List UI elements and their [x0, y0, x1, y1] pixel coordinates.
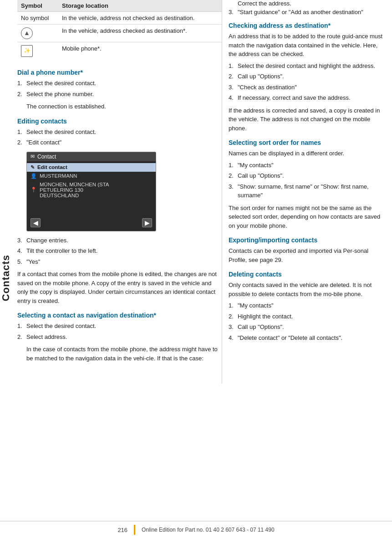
symbol-cell-nav: ▲ [17, 25, 58, 42]
left-column: Symbol Storage location No symbol In the… [13, 0, 222, 384]
list-item: 2. Highlight the contact. [229, 312, 387, 321]
step-num [229, 0, 238, 7]
sort-section: Selecting sort order for names Names can… [229, 139, 387, 230]
edit-section: Editing contacts 1. Select the desired c… [17, 118, 222, 306]
step-text: "Start guidance" or "Add as another dest… [238, 9, 363, 15]
screenshot-row-address: 📍 MÜNCHEN, MÜNCHEN (STAPETUELRING 130DEU… [27, 180, 156, 200]
step-text: Change entries. [26, 236, 222, 245]
nav-subtext: In the case of contacts from the mobile … [26, 345, 222, 363]
step-num: 4. [229, 93, 238, 102]
step-num: 1. [229, 161, 238, 170]
list-item: 4. Tilt the controller to the left. [17, 246, 222, 256]
list-item: 1. Select the desired contact. [17, 322, 222, 331]
step-num: 3. [17, 236, 26, 245]
dial-heading: Dial a phone number* [17, 69, 222, 76]
list-item: 2. Call up "Options". [229, 72, 387, 81]
step-num: 1. [17, 322, 26, 331]
right-arrow-icon: ▶ [142, 218, 152, 227]
step-num: 3. [229, 9, 238, 15]
main-content: Symbol Storage location No symbol In the… [13, 0, 392, 384]
table-header-storage: Storage location [58, 0, 222, 12]
step-num: 3. [229, 83, 238, 92]
check-body-text2: If the address is corrected and saved, a… [229, 106, 387, 133]
sort-heading: Selecting sort order for names [229, 139, 387, 146]
list-item: 2. Select the phone number. [17, 90, 222, 99]
list-item: 1. "My contacts" [229, 301, 387, 310]
list-item: 3. Change entries. [17, 236, 222, 245]
step-num: 1. [17, 128, 26, 137]
list-item: Correct the address. [229, 0, 387, 7]
table-row: ▲ In the vehicle, address checked as des… [17, 25, 222, 42]
list-item: 2. Call up "Options". [229, 171, 387, 180]
edit-steps: 1. Select the desired contact. 2. "Edit … [17, 128, 222, 147]
right-column: Correct the address. 3. "Start guidance"… [222, 0, 392, 384]
screenshot-body: ✎ Edit contact 👤 MUSTERMANN 📍 MÜNCHEN, M… [27, 161, 156, 201]
list-item: 2. "Edit contact" [17, 138, 222, 147]
symbol-table: Symbol Storage location No symbol In the… [17, 0, 222, 60]
edit-body-text: If a contact that comes from the mobile … [17, 270, 222, 305]
location-icon: 📍 [31, 187, 37, 193]
step-text: "My contacts" [238, 301, 387, 310]
step-num: 2. [229, 171, 238, 180]
step-text: "Show: surname, first name" or "Show: fi… [238, 182, 387, 200]
delete-heading: Deleting contacts [229, 271, 387, 278]
step-num: 1. [229, 301, 238, 310]
edit-heading: Editing contacts [17, 118, 222, 125]
step-text: Highlight the contact. [238, 312, 387, 321]
screenshot-title: Contact [37, 154, 56, 160]
step-text: Select the desired contact. [26, 322, 222, 331]
dial-section: Dial a phone number* 1. Select the desir… [17, 69, 222, 111]
export-heading: Exporting/importing contacts [229, 236, 387, 244]
step-num: 2. [17, 90, 26, 99]
page-number: 216 [117, 527, 127, 533]
step-num: 2. [229, 72, 238, 81]
step-text: Correct the address. [238, 0, 291, 7]
description-cell-nosymbol: In the vehicle, address not checked as d… [58, 12, 222, 25]
list-item: 3. "Start guidance" or "Add as another d… [229, 9, 387, 15]
correct-address-text: Correct the address. 3. "Start guidance"… [229, 0, 387, 15]
step-num: 5. [17, 257, 26, 266]
screenshot-nav-arrows: ◀ ▶ [27, 218, 156, 227]
list-item: 5. "Yes" [17, 257, 222, 266]
table-row: ✨ Mobile phone*. [17, 42, 222, 60]
delete-steps: 1. "My contacts" 2. Highlight the contac… [229, 301, 387, 342]
screenshot-row-label: Edit contact [37, 164, 67, 170]
step-text: Select the desired contact. [26, 128, 222, 137]
sort-steps: 1. "My contacts" 2. Call up "Options". 3… [229, 161, 387, 200]
screenshot-row-label: MUSTERMANN [40, 173, 77, 179]
step-num: 2. [17, 138, 26, 147]
footer-copyright: Online Edition for Part no. 01 40 2 607 … [142, 527, 275, 533]
check-body-text: An address that is to be added to the ro… [229, 32, 387, 59]
edit-more-steps: 3. Change entries. 4. Tilt the controlle… [17, 236, 222, 266]
dial-steps: 1. Select the desired contact. 2. Select… [17, 79, 222, 98]
nav-heading: Selecting a contact as navigation destin… [17, 312, 222, 319]
step-text: If necessary, correct and save the addre… [238, 93, 387, 102]
check-section: Checking address as destination* An addr… [229, 22, 387, 133]
step-text: Select the desired contact and highlight… [238, 61, 387, 71]
screenshot-row-name: 👤 MUSTERMANN [27, 172, 156, 180]
step-num: 1. [229, 61, 238, 71]
delete-body-text: Only contacts saved in the vehicle are d… [229, 281, 387, 298]
list-item: 3. Call up "Options". [229, 323, 387, 332]
contact-icon: ✉ [31, 154, 35, 159]
step-text: Call up "Options". [238, 171, 387, 180]
nav-steps: 1. Select the desired contact. 2. Select… [17, 322, 222, 341]
list-item: 3. "Check as destination" [229, 83, 387, 92]
footer: 216 Online Edition for Part no. 01 40 2 … [0, 521, 392, 538]
step-text: "My contacts" [238, 161, 387, 170]
step-num: 4. [17, 246, 26, 256]
list-item: 1. Select the desired contact. [17, 128, 222, 137]
step-num: 2. [229, 312, 238, 321]
footer-bar-divider [134, 525, 135, 535]
step-text: "Check as destination" [238, 83, 387, 92]
symbol-cell-network: ✨ [17, 42, 58, 60]
screenshot-row-label: MÜNCHEN, MÜNCHEN (STAPETUELRING 130DEUTS… [40, 182, 109, 198]
step-text: Select the phone number. [26, 90, 222, 99]
step-num: 1. [17, 79, 26, 88]
export-body-span: Contacts can be exported and imported vi… [229, 247, 368, 263]
step-text: Select address. [26, 333, 222, 342]
list-item: 1. Select the desired contact. [17, 79, 222, 88]
edit-icon: ✎ [31, 164, 35, 170]
mobile-phone-icon: ✨ [21, 45, 33, 57]
check-heading: Checking address as destination* [229, 22, 387, 29]
